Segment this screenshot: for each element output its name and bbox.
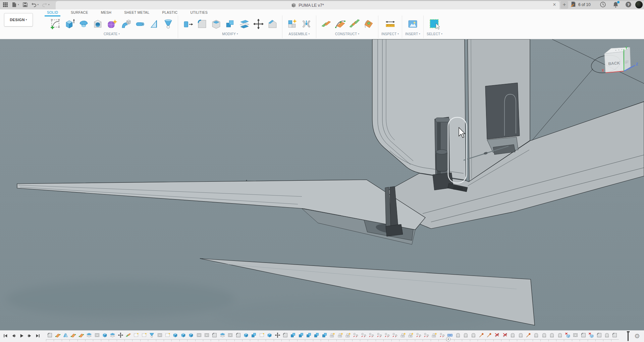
timeline-expand-group-button[interactable]: + bbox=[446, 337, 450, 341]
group-label-insert[interactable]: INSERT▾ bbox=[405, 32, 420, 37]
timeline-feature-joint[interactable] bbox=[415, 332, 422, 339]
timeline-feature-split[interactable] bbox=[219, 332, 226, 339]
go-to-start-button[interactable] bbox=[2, 333, 9, 339]
timeline-feature-as-built[interactable] bbox=[454, 332, 462, 339]
timeline-feature-extrude[interactable] bbox=[187, 332, 195, 339]
measure-icon[interactable] bbox=[383, 17, 397, 31]
tab-utilities[interactable]: UTILITIES bbox=[190, 9, 208, 15]
insert-image-icon[interactable] bbox=[406, 17, 419, 31]
timeline-feature-fillet[interactable] bbox=[595, 332, 603, 339]
timeline-feature-joint[interactable] bbox=[383, 332, 391, 339]
group-label-select[interactable]: SELECT▾ bbox=[427, 32, 442, 37]
timeline-feature-new-component[interactable] bbox=[336, 332, 344, 339]
file-menu-icon[interactable]: ▾ bbox=[11, 1, 19, 8]
midplane-icon[interactable] bbox=[347, 17, 361, 31]
select-window-icon[interactable] bbox=[428, 17, 441, 31]
timeline-feature-combine[interactable] bbox=[289, 332, 297, 339]
timeline-feature-as-built[interactable] bbox=[470, 332, 477, 339]
extrude-icon[interactable] bbox=[63, 17, 76, 31]
timeline-feature-extrude[interactable] bbox=[266, 332, 273, 339]
timeline-feature-joint[interactable] bbox=[375, 332, 383, 339]
timeline-feature-suppress[interactable] bbox=[564, 332, 572, 339]
timeline-feature-fillet[interactable] bbox=[611, 332, 619, 339]
timeline-feature-as-built[interactable] bbox=[517, 332, 524, 339]
timeline-feature-joint[interactable] bbox=[352, 332, 360, 339]
tangent-plane-icon[interactable] bbox=[362, 17, 375, 31]
viewport[interactable]: BACK LEFT Y X Z bbox=[0, 39, 644, 330]
timeline-feature-plane[interactable] bbox=[54, 332, 61, 339]
timeline-feature-suppress[interactable] bbox=[587, 332, 595, 339]
timeline-feature-pin-x[interactable] bbox=[501, 332, 509, 339]
timeline-feature-pattern-rect[interactable] bbox=[572, 332, 579, 339]
tab-surface[interactable]: SURFACE bbox=[70, 9, 89, 15]
timeline-feature-pattern-rect[interactable] bbox=[156, 332, 163, 339]
viewcube-left-face[interactable] bbox=[623, 47, 631, 71]
timeline-feature-sketch[interactable] bbox=[258, 332, 266, 339]
timeline-feature-mirror[interactable] bbox=[62, 332, 69, 339]
timeline-feature-fillet[interactable] bbox=[281, 332, 289, 339]
rib-icon[interactable] bbox=[147, 17, 161, 31]
loft-icon[interactable] bbox=[161, 17, 175, 31]
split-body-icon[interactable] bbox=[237, 17, 251, 31]
timeline-feature-joint[interactable] bbox=[423, 332, 430, 339]
timeline-feature-move[interactable] bbox=[273, 332, 281, 339]
new-component-icon[interactable] bbox=[285, 17, 299, 31]
timeline-feature-offset-plane[interactable] bbox=[124, 332, 132, 339]
joint-icon[interactable] bbox=[300, 17, 313, 31]
press-pull-icon[interactable] bbox=[181, 17, 195, 31]
group-label-construct[interactable]: CONSTRUCT▾ bbox=[319, 32, 375, 37]
timeline-feature-joint[interactable] bbox=[438, 332, 446, 339]
workspace-selector-button[interactable]: DESIGN▾ bbox=[4, 13, 33, 26]
app-launcher-icon[interactable] bbox=[3, 1, 8, 8]
group-label-create[interactable]: CREATE▾ bbox=[49, 32, 175, 37]
timeline-feature-new-component[interactable] bbox=[399, 332, 407, 339]
undo-icon[interactable]: ▾ bbox=[31, 1, 39, 8]
create-form-icon[interactable] bbox=[105, 17, 118, 31]
timeline-feature-as-built[interactable] bbox=[556, 332, 564, 339]
timeline-feature-joint[interactable] bbox=[391, 332, 399, 339]
new-tab-button[interactable]: + bbox=[560, 1, 568, 9]
timeline-feature-sketch[interactable] bbox=[140, 332, 148, 339]
timeline-feature-pattern-rect[interactable] bbox=[195, 332, 203, 339]
viewcube-left-label[interactable]: LEFT bbox=[625, 60, 629, 64]
fillet-icon[interactable] bbox=[195, 17, 209, 31]
group-label-assemble[interactable]: ASSEMBLE▾ bbox=[285, 32, 313, 37]
viewport-canvas[interactable]: BACK LEFT Y X Z bbox=[0, 39, 644, 330]
redo-icon[interactable]: ▾ bbox=[42, 1, 50, 8]
plane-along-path-icon[interactable] bbox=[333, 17, 347, 31]
timeline-feature-pin[interactable] bbox=[477, 332, 485, 339]
close-document-icon[interactable]: × bbox=[551, 1, 558, 8]
timeline-feature-fillet[interactable] bbox=[234, 332, 242, 339]
timeline-feature-combine[interactable] bbox=[297, 332, 305, 339]
help-icon[interactable]: ? bbox=[625, 1, 632, 8]
timeline-feature-pattern-rect[interactable] bbox=[226, 332, 234, 339]
timeline-feature-loft[interactable] bbox=[148, 332, 156, 339]
timeline-playhead[interactable] bbox=[628, 331, 629, 341]
notifications-icon[interactable] bbox=[612, 1, 619, 8]
document-tab[interactable]: PUMA LE v7* bbox=[56, 1, 559, 9]
timeline-feature-extrude[interactable] bbox=[179, 332, 187, 339]
timeline-feature-plane[interactable] bbox=[69, 332, 77, 339]
timeline-feature-extrude[interactable] bbox=[242, 332, 250, 339]
play-button[interactable] bbox=[18, 333, 25, 339]
timeline-feature-combine[interactable] bbox=[313, 332, 320, 339]
timeline-feature-new-component[interactable] bbox=[430, 332, 438, 339]
shell-icon[interactable] bbox=[209, 17, 223, 31]
combine-icon[interactable] bbox=[223, 17, 237, 31]
pipe-icon[interactable] bbox=[133, 17, 147, 31]
step-back-button[interactable] bbox=[10, 333, 17, 339]
timeline-feature-as-built[interactable] bbox=[603, 332, 611, 339]
go-to-end-button[interactable] bbox=[35, 333, 41, 339]
offset-plane-icon[interactable] bbox=[319, 17, 333, 31]
timeline-feature-pattern-rect[interactable] bbox=[203, 332, 211, 339]
timeline-feature-extrude[interactable] bbox=[171, 332, 179, 339]
timeline-feature-sketch[interactable] bbox=[132, 332, 140, 339]
timeline-feature-joint[interactable] bbox=[368, 332, 375, 339]
timeline-feature-combine[interactable] bbox=[321, 332, 328, 339]
timeline-feature-plane[interactable] bbox=[77, 332, 85, 339]
timeline-feature-pin[interactable] bbox=[485, 332, 493, 339]
timeline-feature-combine[interactable] bbox=[305, 332, 313, 339]
timeline-feature-fillet[interactable] bbox=[580, 332, 587, 339]
tab-plastic[interactable]: PLASTIC bbox=[162, 9, 178, 15]
move-copy-icon[interactable] bbox=[252, 17, 265, 31]
